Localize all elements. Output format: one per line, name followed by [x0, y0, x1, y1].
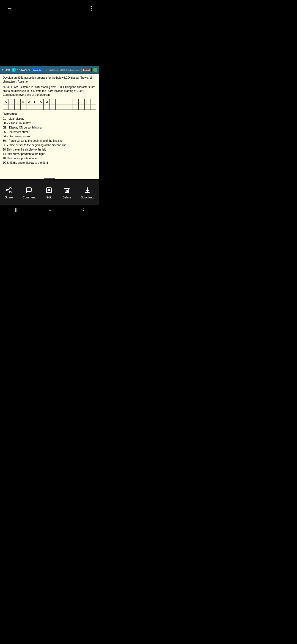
table-cell — [67, 105, 73, 110]
table-cell — [38, 105, 44, 110]
table-cell — [15, 105, 20, 110]
anywhere-label: n Anywhere — [17, 69, 30, 71]
table-cell — [61, 99, 67, 105]
home-nav[interactable]: # Home — [2, 69, 10, 71]
user-avatar — [93, 68, 97, 72]
edit-label: Edit — [46, 196, 52, 199]
table-cell — [84, 99, 90, 105]
table-cell — [9, 105, 15, 110]
table-cell — [61, 105, 67, 110]
table-cell — [50, 99, 55, 105]
reference-item: 01 – clear display — [3, 117, 96, 121]
table-cell — [79, 99, 84, 105]
edit-icon — [45, 186, 53, 194]
reference-item: 10 Shift cursor position to left — [3, 157, 96, 160]
recent-apps-button[interactable]: ||| — [12, 206, 22, 214]
table-cell — [90, 99, 96, 105]
delete-label: Delete — [62, 196, 71, 199]
content-area[interactable]: Develop an 8051 assembly program for the… — [0, 74, 99, 179]
browser-toolbar: # Home ✦ n Anywhere Jump to vuyyurinikit… — [0, 66, 99, 74]
table-cell: A — [3, 99, 9, 105]
table-cell — [44, 105, 50, 110]
reference-list: 01 – clear display38 – 2 lines 5X7 matri… — [3, 117, 96, 165]
download-label: Download — [81, 196, 94, 199]
reference-item: C0 - force cursor to the beginning of th… — [3, 143, 96, 147]
download-icon — [84, 186, 91, 194]
jump-to-button[interactable]: Jump to — [31, 68, 42, 72]
table-cell — [55, 105, 61, 110]
user-email: vuyyurinikith.varma2019@vitstudent.ac.in — [45, 69, 80, 71]
system-nav-bar: ||| ○ < — [0, 205, 99, 215]
reference-item: 18 Shift the entire display to the left — [3, 148, 96, 152]
table-cell — [50, 105, 55, 110]
table-cell — [3, 105, 9, 110]
more-options-button[interactable] — [89, 4, 95, 13]
table-cell — [20, 105, 26, 110]
svg-point-6 — [48, 190, 50, 191]
apjkalam-text: "APJKALAM" is stored in ROM starting fro… — [3, 85, 96, 97]
table-cell: J — [15, 99, 20, 105]
table-cell — [67, 99, 73, 105]
lcd-display-table: APJKALAM — [3, 99, 96, 110]
table-cell: P — [9, 99, 15, 105]
share-label: Share — [5, 196, 13, 199]
bottom-toolbar: Share Comment Edit — [0, 180, 99, 205]
logout-button[interactable]: Logout — [81, 68, 92, 72]
drag-handle[interactable] — [44, 178, 55, 179]
table-cell — [79, 105, 84, 110]
reference-item: 04 – Decrement cursor — [3, 135, 96, 138]
table-cell — [84, 105, 90, 110]
reference-item: 38 – 2 lines 5X7 matrix — [3, 121, 96, 125]
comment-label: Comment — [23, 196, 36, 199]
table-cell — [26, 105, 32, 110]
reference-item: 1C Shift the entire display to the right — [3, 161, 96, 165]
reference-item: 14 Shift cursor position to the right — [3, 152, 96, 156]
teal-circle-icon: ✦ — [12, 68, 16, 72]
edit-button[interactable]: Edit — [45, 186, 53, 199]
reference-title: Reference: — [3, 112, 96, 116]
svg-line-4 — [8, 189, 10, 190]
comment-button[interactable]: Comment — [23, 186, 36, 199]
reference-item: 06 – Increment cursor — [3, 130, 96, 134]
reference-item: 80 – Force cursor to the beginning of th… — [3, 139, 96, 143]
table-cell: M — [44, 99, 50, 105]
share-button[interactable]: Share — [5, 186, 13, 199]
top-bar: ← — [0, 0, 99, 17]
comment-icon — [25, 186, 33, 194]
table-cell: K — [20, 99, 26, 105]
table-cell — [73, 105, 79, 110]
home-label: # Home — [2, 69, 10, 71]
back-button[interactable]: ← — [4, 2, 15, 14]
delete-button[interactable]: Delete — [62, 186, 71, 199]
table-cell: A — [38, 99, 44, 105]
table-cell — [55, 99, 61, 105]
table-cell: A — [26, 99, 32, 105]
svg-line-3 — [8, 190, 10, 192]
home-button[interactable]: ○ — [45, 206, 55, 214]
share-icon — [5, 186, 13, 194]
download-button[interactable]: Download — [81, 186, 94, 199]
table-cell — [32, 105, 38, 110]
table-cell — [73, 99, 79, 105]
intro-text: Develop an 8051 assembly program for the… — [3, 76, 96, 84]
reference-item: 0E – Display ON cursor blinking — [3, 126, 96, 130]
black-background-area — [0, 17, 99, 66]
system-back-button[interactable]: < — [78, 206, 87, 214]
table-cell — [90, 105, 96, 110]
table-cell: L — [32, 99, 38, 105]
delete-icon — [63, 186, 71, 194]
